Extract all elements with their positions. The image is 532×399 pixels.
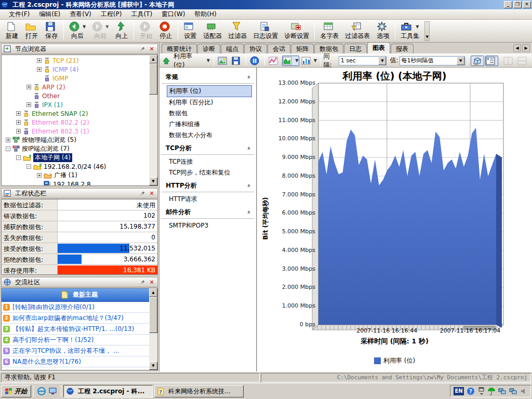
diagnosis-settings-button[interactable]: 诊断设置 [281,21,312,42]
graph-type-dropdown[interactable]: 利用率 (位)▼ [162,56,211,66]
open-folder-button[interactable]: 打开 [22,21,42,42]
tab-2[interactable]: 端点 [221,44,244,54]
menu-item-5[interactable]: 窗口(W) [157,9,190,20]
pause-button[interactable] [249,56,262,66]
cube-3d-button[interactable] [471,56,484,66]
selector-item[interactable]: 数据包 [167,108,252,119]
tray-volume-icon[interactable] [520,388,527,395]
tray-umbrella-icon[interactable] [487,387,496,395]
toolbox-button[interactable]: ▼工具集 [397,21,422,42]
options-button[interactable]: 选项 [373,21,393,42]
community-topic-link[interactable]: 2如何查出arp欺骗者的mac地址？(3/47) [2,313,149,324]
start-button[interactable]: 开始 [1,385,31,397]
bar-chart-button[interactable]: ▼ [300,56,317,66]
restore-button[interactable]: ❐ [513,1,522,8]
pin-icon[interactable]: 📌︎ [139,46,146,52]
collapse-chevron-icon[interactable]: » [245,75,251,78]
tab-3[interactable]: 协议 [244,44,267,54]
collapse-chevron-icon[interactable]: » [245,210,251,214]
expander-icon[interactable]: + [16,111,21,116]
scroll-up-icon[interactable]: ▲ [149,55,157,63]
collapse-chevron-icon[interactable]: » [245,147,251,150]
community-topic-link[interactable]: 6NA是什么意思呀?(1/76) [2,356,149,367]
close-panel-icon[interactable]: ✕ [148,190,155,197]
log-settings-button[interactable]: 日志设置 [250,21,281,42]
scroll-up-icon[interactable]: ▲ [149,288,157,297]
expander-icon[interactable]: + [26,85,31,89]
section-header-1[interactable]: TCP分析» [162,141,254,155]
filter-table-button[interactable]: 过滤器表 [342,21,373,42]
section-header-2[interactable]: HTTP分析» [162,178,254,192]
tree-item[interactable]: +广播 (1) [2,171,149,180]
menu-item-6[interactable]: 帮助(H) [190,9,221,20]
interval-combobox[interactable]: 1 sec▼ [339,56,387,65]
tree-item[interactable]: +ICMP (4) [2,65,149,74]
new-document-button[interactable]: 新建 [2,21,22,42]
tree-item[interactable]: -按IP端点浏览 (7) [2,144,149,153]
minimize-button[interactable]: _ [504,1,512,8]
area-chart-button[interactable]: ▼ [282,56,299,66]
tree-item[interactable]: +IPX (1) [2,100,149,109]
tab-7[interactable]: 日志 [344,44,367,54]
expander-icon[interactable]: - [6,147,10,151]
tree-item[interactable]: Other [2,91,149,100]
tray-help-icon[interactable]: ? [467,387,475,395]
expander-icon[interactable]: + [16,120,21,125]
toolbar-overflow-button[interactable]: ▼ [424,21,430,41]
selector-item[interactable]: TCP连接 [167,156,252,167]
save-button[interactable]: 保存 [42,21,61,42]
tree-item[interactable]: +Ethernet 802.3 (1) [2,127,149,136]
legend-box-button[interactable] [485,56,498,66]
tab-9[interactable]: 报表 [391,44,414,54]
community-topic-link[interactable]: 4高手们帮分析一下啊！(1/52) [2,335,149,345]
tab-scroll-left-icon[interactable]: ◀ [513,44,521,52]
scroll-down-icon[interactable]: ▼ [149,177,157,185]
up-button[interactable]: 向上 [112,21,131,42]
tree-item[interactable]: +TCP (21) [2,56,149,65]
tree-item[interactable]: -192.168.2.0/24 (46) [2,162,149,171]
close-button[interactable]: ✕ [523,1,531,8]
tray-network2-icon[interactable] [509,388,517,395]
menu-item-1[interactable]: 编辑(E) [34,9,65,20]
show-desktop-icon[interactable] [47,385,59,397]
community-scrollbar[interactable]: ▲ ▼ [149,288,157,370]
section-header-0[interactable]: 常规» [162,70,254,84]
pin-icon[interactable]: 📌︎ [139,279,146,286]
close-panel-icon[interactable]: ✕ [148,279,155,286]
back-button[interactable]: ▼向后 [66,21,89,42]
language-indicator[interactable]: EN [454,387,464,395]
collapse-chevron-icon[interactable]: » [245,184,251,187]
expander-icon[interactable]: + [37,58,42,63]
close-panel-icon[interactable]: ✕ [148,46,155,52]
line-chart-button[interactable] [268,56,281,66]
name-table-button[interactable]: 名字表 [317,21,342,42]
stop-button[interactable]: 停止 [156,21,176,42]
tab-5[interactable]: 矩阵 [291,44,314,54]
task-button-1[interactable]: ?科来网络分析系统技... [154,385,244,397]
tree-item[interactable]: +按物理端点浏览 (5) [2,136,149,144]
menu-item-3[interactable]: 工程(P) [96,9,127,20]
tree-item[interactable]: +ARP (2) [2,83,149,91]
tab-scroll-right-icon[interactable]: ▶ [522,44,530,52]
settings-button[interactable]: 设置 [180,21,200,42]
selector-item[interactable]: 数据包大小分布 [167,130,252,141]
tab-8[interactable]: 图表 [367,42,390,54]
image-button[interactable] [217,56,230,66]
selector-item[interactable]: 广播和组播 [167,119,252,130]
save-sm-button[interactable] [231,56,243,66]
tree-item[interactable]: IGMP [2,74,149,83]
expander-icon[interactable]: + [6,138,10,142]
filter-button[interactable]: 过滤器 [225,21,250,42]
tree-item[interactable]: -本地子网 (4) [2,153,149,162]
task-button-0[interactable]: 工程 2.cscproj - 科... [63,385,153,397]
expander-icon[interactable]: + [37,67,42,72]
scroll-thumb[interactable] [149,63,157,95]
combo-arrow-icon[interactable]: ▼ [378,57,386,65]
community-topic-link[interactable]: 1[转帖]路由协议原理介绍(0/1) [2,302,149,313]
tree-scrollbar[interactable]: ▲ ▼ [149,55,157,185]
scroll-thumb[interactable] [149,297,157,333]
expander-icon[interactable]: + [26,102,31,107]
tree-item[interactable]: +Ethernet 802.2 (2) [2,118,149,127]
tray-window-icon[interactable] [477,387,485,395]
section-header-3[interactable]: 邮件分析» [162,205,254,219]
